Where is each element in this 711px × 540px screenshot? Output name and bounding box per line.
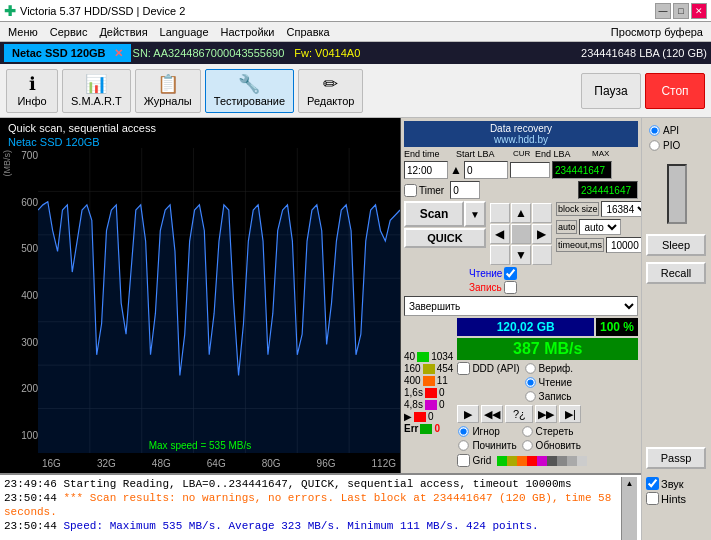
editor-button[interactable]: ✏ Редактор <box>298 69 363 113</box>
log-line-0: 23:49:46 Starting Reading, LBA=0..234441… <box>4 477 637 491</box>
logs-button[interactable]: 📋 Журналы <box>135 69 201 113</box>
y-label-5: 200 <box>2 383 38 394</box>
arrow-bottomleft <box>490 245 510 265</box>
arrow-right[interactable]: ▶ <box>532 224 552 244</box>
device-sn: SN: AA3244867000043555690 <box>133 47 285 59</box>
grid-color-5 <box>547 456 557 466</box>
err-label: Err <box>404 423 418 434</box>
play-button[interactable]: ▶ <box>457 405 479 423</box>
logs-icon: 📋 <box>157 75 179 93</box>
menu-language[interactable]: Language <box>160 26 209 38</box>
action-radios: Игнор Починить Стереть <box>457 425 638 452</box>
stats-row-1: 40 1034 160 454 400 11 1,6s 0 <box>404 318 638 467</box>
menu-menu[interactable]: Меню <box>8 26 38 38</box>
sleep-button[interactable]: Sleep <box>646 234 706 256</box>
lba-row-1: ▲ <box>404 161 638 179</box>
block-color-2 <box>423 376 435 386</box>
arrow-left[interactable]: ◀ <box>490 224 510 244</box>
update-radio[interactable] <box>522 440 532 450</box>
update-label: Обновить <box>536 440 581 451</box>
timer-input[interactable] <box>450 181 480 199</box>
random-button[interactable]: ?¿ <box>505 405 533 423</box>
menu-settings[interactable]: Настройки <box>221 26 275 38</box>
log-scrollbar[interactable]: ▲ ▼ <box>621 477 637 540</box>
block-stat-5: ▶ 0 <box>404 411 453 422</box>
smart-button[interactable]: 📊 S.M.A.R.T <box>62 69 131 113</box>
block-arrow: ▶ <box>404 411 412 422</box>
reading-checkbox[interactable] <box>504 267 517 280</box>
forward-button[interactable]: ▶▶ <box>535 405 557 423</box>
ignore-radio[interactable] <box>459 426 469 436</box>
view-buffer[interactable]: Просмотр буфера <box>611 26 703 38</box>
grid-checkbox[interactable] <box>457 454 470 467</box>
pio-radio[interactable] <box>649 140 659 150</box>
verif-radio-input[interactable] <box>525 363 535 373</box>
block-count-4: 4,8s <box>404 399 423 410</box>
slider[interactable] <box>667 164 687 224</box>
writing-radio-input[interactable] <box>525 391 535 401</box>
graph-xaxis: 16G 32G 48G 64G 80G 96G 112G <box>38 458 400 469</box>
quick-button[interactable]: QUICK <box>404 228 486 248</box>
log-area: ▲ ▼ 23:49:46 Starting Reading, LBA=0..23… <box>0 473 641 540</box>
device-close[interactable]: ✕ <box>114 47 123 60</box>
cur-end-input[interactable] <box>578 181 638 199</box>
block-stat-0: 40 1034 <box>404 351 453 362</box>
start-lba-label: Start LBA <box>456 149 511 159</box>
reading-radio-input[interactable] <box>525 377 535 387</box>
recall-button[interactable]: Recall <box>646 262 706 284</box>
right-options: Вериф. Чтение Запись <box>524 362 573 403</box>
end-lba-input[interactable] <box>552 161 612 179</box>
pause-button[interactable]: Пауза <box>581 73 641 109</box>
max-speed-label: Max speed = 535 MB/s <box>149 440 252 451</box>
api-radio[interactable] <box>649 125 659 135</box>
block-val-5: 0 <box>428 411 434 422</box>
grid-color-4 <box>537 456 547 466</box>
block-size-label: block size <box>556 202 600 216</box>
block-val-2: 11 <box>437 375 448 386</box>
arrow-down[interactable]: ▼ <box>511 245 531 265</box>
timer-checkbox[interactable] <box>404 184 417 197</box>
arrow-up[interactable]: ▲ <box>511 203 531 223</box>
sound-label: Звук <box>661 478 684 490</box>
scan-button[interactable]: Scan <box>404 201 464 227</box>
menu-actions[interactable]: Действия <box>99 26 147 38</box>
maximize-button[interactable]: □ <box>673 3 689 19</box>
cur-input[interactable] <box>510 162 550 178</box>
close-button[interactable]: ✕ <box>691 3 707 19</box>
direction-arrows: ▲ ◀ ▶ ▼ <box>490 203 552 265</box>
stop-button[interactable]: Стоп <box>645 73 705 109</box>
erase-radio[interactable] <box>522 426 532 436</box>
time-spinup[interactable]: ▲ <box>450 163 462 177</box>
hints-checkbox[interactable] <box>646 492 659 505</box>
finish-select[interactable]: Завершить <box>404 296 638 316</box>
start-lba-input[interactable] <box>464 161 508 179</box>
logs-label: Журналы <box>144 95 192 107</box>
info-button[interactable]: ℹ Инфо <box>6 69 58 113</box>
passp-button[interactable]: Passp <box>646 447 706 469</box>
ddd-checkbox[interactable] <box>457 362 470 375</box>
menu-service[interactable]: Сервис <box>50 26 88 38</box>
block-count-3: 1,6s <box>404 387 423 398</box>
y-label-4: 300 <box>2 337 38 348</box>
x-label-1: 32G <box>97 458 116 469</box>
test-button[interactable]: 🔧 Тестирование <box>205 69 294 113</box>
grid-label: Grid <box>472 455 491 466</box>
minimize-button[interactable]: — <box>655 3 671 19</box>
block-val-0: 1034 <box>431 351 453 362</box>
log-text-0b: Starting Reading, LBA=0..234441647, QUIC… <box>63 478 571 490</box>
menu-help[interactable]: Справка <box>287 26 330 38</box>
writing-checkbox[interactable] <box>504 281 517 294</box>
log-text-2b: Speed: Maximum 535 MB/s. Average 323 MB/… <box>63 520 538 532</box>
auto-select[interactable]: auto <box>579 219 621 235</box>
end-button[interactable]: ▶| <box>559 405 581 423</box>
time-input[interactable] <box>404 161 448 179</box>
scroll-up-arrow[interactable]: ▲ <box>626 479 634 488</box>
scan-dropdown-button[interactable]: ▼ <box>464 201 486 227</box>
device-tab[interactable]: Netac SSD 120GB ✕ <box>4 44 131 62</box>
title-bar-controls[interactable]: — □ ✕ <box>655 3 707 19</box>
repair-radio[interactable] <box>459 440 469 450</box>
rewind-button[interactable]: ◀◀ <box>481 405 503 423</box>
data-recovery-title: Data recovery <box>406 123 636 134</box>
sound-checkbox[interactable] <box>646 477 659 490</box>
test-icon: 🔧 <box>238 75 260 93</box>
